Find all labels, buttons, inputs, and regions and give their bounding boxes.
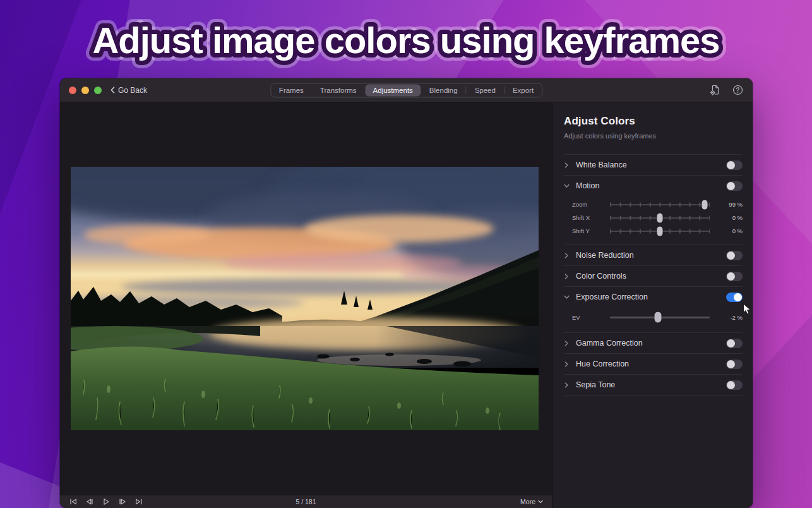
zoom-window-button[interactable] xyxy=(94,87,102,94)
titlebar: Go Back Frames Transforms Adjustments Bl… xyxy=(60,78,753,102)
section-color-controls[interactable]: Color Controls xyxy=(564,265,743,286)
tab-speed[interactable]: Speed xyxy=(467,83,504,97)
exposure-sliders: EV -2 % xyxy=(564,307,743,332)
ev-value: -2 % xyxy=(716,314,743,321)
document-settings-icon[interactable] xyxy=(708,84,721,97)
more-button[interactable]: More xyxy=(520,498,543,505)
section-gamma-correction[interactable]: Gamma Correction xyxy=(564,332,743,353)
tab-adjustments[interactable]: Adjustments xyxy=(366,84,421,96)
adjust-colors-panel: Adjust Colors Adjust colors using keyfra… xyxy=(552,102,753,508)
shift-x-slider-knob[interactable] xyxy=(657,213,663,222)
window-controls xyxy=(69,87,102,94)
sepia-tone-toggle[interactable] xyxy=(726,380,743,390)
chevron-down-icon xyxy=(564,183,572,188)
zoom-slider-knob[interactable] xyxy=(702,200,708,209)
hero-title: Adjust image colors using keyframes xyxy=(92,20,719,61)
close-window-button[interactable] xyxy=(69,87,76,94)
app-window: Go Back Frames Transforms Adjustments Bl… xyxy=(60,78,753,508)
preview-image xyxy=(71,167,539,430)
shift-x-value: 0 % xyxy=(716,214,743,221)
chevron-down-icon xyxy=(564,294,572,299)
mouse-cursor-icon xyxy=(743,303,752,318)
chevron-down-icon xyxy=(538,500,543,504)
shift-y-value: 0 % xyxy=(716,227,743,234)
transport-controls xyxy=(69,498,143,506)
player-bar: 5 / 181 More xyxy=(60,495,552,508)
hero-title-banner: Adjust image colors using keyframes Adju… xyxy=(0,10,812,73)
hue-correction-toggle[interactable] xyxy=(726,360,743,369)
tab-transforms[interactable]: Transforms xyxy=(312,83,365,97)
chevron-right-icon xyxy=(564,341,572,346)
tab-export[interactable]: Export xyxy=(505,83,542,97)
titlebar-right-actions xyxy=(708,84,744,97)
play-icon xyxy=(102,498,110,505)
preview-canvas: 5 / 181 More xyxy=(60,102,552,508)
skip-to-start-button[interactable] xyxy=(69,498,77,506)
help-icon[interactable] xyxy=(731,84,744,97)
section-noise-reduction[interactable]: Noise Reduction xyxy=(564,245,743,265)
skip-start-icon xyxy=(69,498,77,505)
tab-blending[interactable]: Blending xyxy=(421,83,466,97)
more-label: More xyxy=(520,498,535,505)
gamma-correction-toggle[interactable] xyxy=(726,339,743,348)
zoom-value: 99 % xyxy=(716,201,743,208)
frame-counter: 5 / 181 xyxy=(296,498,316,505)
exposure-correction-toggle[interactable] xyxy=(726,293,743,302)
go-back-label: Go Back xyxy=(118,86,147,95)
ev-slider-knob[interactable] xyxy=(654,312,661,323)
section-white-balance[interactable]: White Balance xyxy=(564,154,743,175)
skip-end-icon xyxy=(135,498,143,505)
section-exposure-correction[interactable]: Exposure Correction xyxy=(564,286,743,307)
shift-y-slider-knob[interactable] xyxy=(657,226,663,236)
ev-slider[interactable] xyxy=(610,309,710,325)
section-motion[interactable]: Motion xyxy=(564,175,743,196)
motion-toggle[interactable] xyxy=(726,181,743,191)
panel-subtitle: Adjust colors using keyframes xyxy=(564,132,743,140)
noise-reduction-toggle[interactable] xyxy=(726,251,743,260)
panel-title: Adjust Colors xyxy=(564,115,743,128)
go-back-button[interactable]: Go Back xyxy=(110,86,147,95)
color-controls-toggle[interactable] xyxy=(726,272,743,281)
chevron-right-icon xyxy=(564,382,572,388)
step-forward-icon xyxy=(119,498,126,505)
chevron-right-icon xyxy=(564,361,572,367)
minimize-window-button[interactable] xyxy=(81,87,89,94)
chevron-right-icon xyxy=(564,162,572,168)
tab-frames[interactable]: Frames xyxy=(271,83,312,97)
section-sepia-tone[interactable]: Sepia Tone xyxy=(564,374,743,395)
section-hue-correction[interactable]: Hue Correction xyxy=(564,353,743,374)
mode-tab-bar: Frames Transforms Adjustments Blending S… xyxy=(270,83,542,97)
zoom-slider[interactable] xyxy=(610,198,710,211)
shift-y-slider[interactable] xyxy=(610,224,710,238)
step-backward-button[interactable] xyxy=(85,498,93,506)
skip-to-end-button[interactable] xyxy=(134,498,143,506)
white-balance-toggle[interactable] xyxy=(726,160,743,170)
shift-x-slider[interactable] xyxy=(610,211,710,224)
step-forward-button[interactable] xyxy=(118,498,126,506)
chevron-left-icon xyxy=(110,87,115,94)
motion-sliders: Zoom 99 % Shift X 0 % xyxy=(564,196,743,245)
play-button[interactable] xyxy=(102,498,110,506)
chevron-right-icon xyxy=(564,274,572,279)
step-back-icon xyxy=(86,498,93,505)
chevron-right-icon xyxy=(564,253,572,258)
